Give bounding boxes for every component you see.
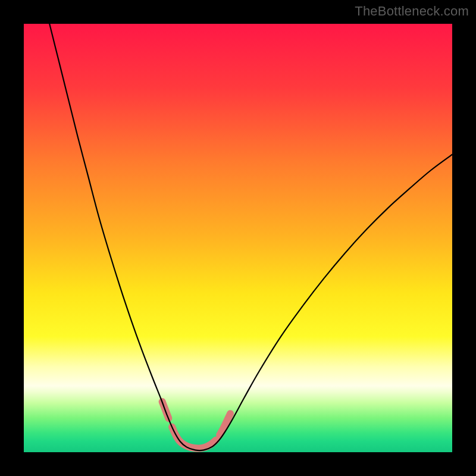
plot-area [24, 24, 452, 452]
marker-strip [162, 402, 230, 449]
curve-layer [24, 24, 452, 452]
watermark-text: TheBottleneck.com [355, 4, 469, 19]
chart-frame: TheBottleneck.com [0, 0, 476, 476]
bottleneck-curve [49, 24, 452, 450]
